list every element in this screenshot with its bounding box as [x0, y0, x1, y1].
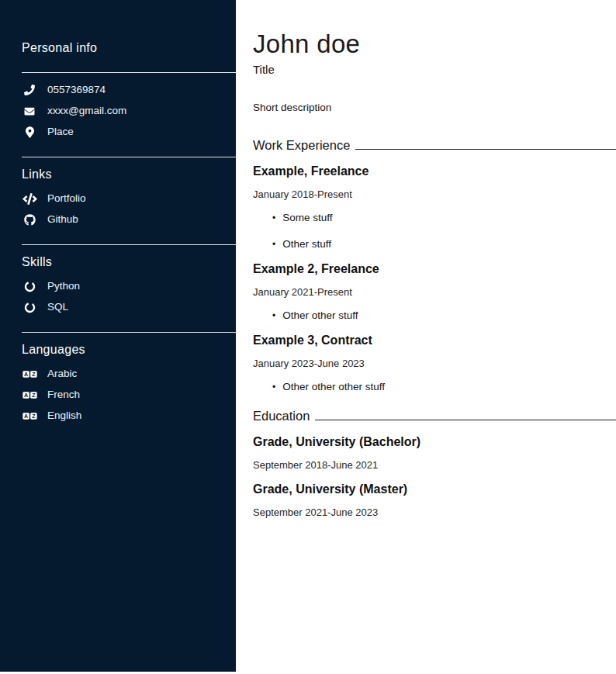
language-french-row: AZ French — [22, 389, 236, 401]
sidebar: Personal info 0557369874 xxxx@gmail.com … — [0, 0, 236, 672]
bullet-list: •Other other stuff — [253, 309, 616, 322]
section-title: Education — [253, 408, 310, 423]
language-icon: AZ — [22, 389, 37, 401]
envelope-icon — [22, 105, 37, 117]
list-item: •Other other other stuff — [272, 381, 616, 393]
bullet-dot: • — [272, 238, 275, 251]
bullet-text: Some stuff — [282, 212, 332, 224]
bullet-text: Other stuff — [282, 238, 331, 251]
divider — [22, 157, 236, 157]
section-title: Work Experience — [253, 137, 350, 153]
code-icon — [22, 192, 37, 205]
main-content: John doe Title Short description Work Ex… — [236, 0, 616, 674]
resume-page: Personal info 0557369874 xxxx@gmail.com … — [0, 0, 616, 674]
svg-text:Z: Z — [32, 392, 36, 397]
education-entry-title: Grade, University (Master) — [253, 482, 616, 496]
job-title: Title — [253, 63, 616, 76]
language-label: French — [47, 389, 80, 401]
portfolio-link-label: Portfolio — [47, 192, 86, 205]
work-entry-title: Example, Freelance — [253, 164, 616, 178]
short-description: Short description — [253, 102, 616, 113]
bullet-text: Other other other stuff — [282, 381, 385, 393]
language-icon: AZ — [22, 410, 37, 422]
skill-label: Python — [47, 280, 80, 292]
place-label: Place — [47, 126, 74, 138]
bullet-list: •Other other other stuff — [253, 381, 616, 393]
work-experience-section-heading: Work Experience — [253, 137, 616, 153]
svg-text:A: A — [24, 413, 28, 418]
language-icon: AZ — [22, 368, 37, 380]
language-label: Arabic — [47, 368, 77, 380]
contact-place-row: Place — [22, 126, 236, 138]
link-github[interactable]: Github — [22, 213, 236, 226]
circle-notch-icon — [22, 301, 37, 313]
education-entry-title: Grade, University (Bachelor) — [253, 434, 616, 449]
bullet-dot: • — [272, 381, 275, 393]
bullet-list: •Some stuff •Other stuff — [253, 212, 616, 251]
language-arabic-row: AZ Arabic — [22, 368, 236, 380]
personal-info-heading: Personal info — [22, 40, 236, 55]
divider — [22, 72, 236, 73]
languages-heading: Languages — [22, 342, 236, 357]
section-rule — [315, 420, 616, 420]
section-rule — [355, 149, 616, 150]
skill-python-row: Python — [22, 280, 236, 292]
svg-text:A: A — [24, 371, 28, 376]
bullet-text: Other other stuff — [282, 309, 358, 322]
list-item: •Other stuff — [272, 238, 616, 251]
skill-sql-row: SQL — [22, 301, 236, 313]
github-icon — [22, 213, 37, 226]
phone-number: 0557369874 — [47, 84, 106, 96]
divider — [22, 244, 236, 245]
skill-label: SQL — [47, 301, 68, 313]
language-english-row: AZ English — [22, 410, 236, 422]
work-entry-title: Example 2, Freelance — [253, 261, 616, 276]
list-item: •Other other stuff — [272, 309, 616, 322]
links-heading: Links — [22, 167, 236, 181]
link-portfolio[interactable]: Portfolio — [22, 192, 236, 205]
email-address: xxxx@gmail.com — [47, 105, 126, 117]
divider — [22, 332, 236, 333]
work-entry-title: Example 3, Contract — [253, 333, 616, 347]
map-marker-icon — [22, 126, 37, 138]
work-entry-dates: January 2021-Present — [253, 286, 616, 298]
language-label: English — [47, 410, 81, 422]
svg-text:Z: Z — [32, 371, 36, 376]
github-link-label: Github — [47, 213, 78, 226]
circle-notch-icon — [22, 280, 37, 292]
contact-phone-row: 0557369874 — [22, 84, 236, 96]
bullet-dot: • — [272, 212, 275, 224]
list-item: •Some stuff — [272, 212, 616, 224]
bullet-dot: • — [272, 309, 275, 322]
work-entry-dates: January 2018-Present — [253, 188, 616, 200]
contact-email-row: xxxx@gmail.com — [22, 105, 236, 117]
education-entry-dates: September 2021-June 2023 — [253, 506, 616, 518]
education-section-heading: Education — [253, 408, 616, 423]
svg-text:A: A — [24, 392, 28, 397]
work-entry-dates: January 2023-June 2023 — [253, 358, 616, 369]
svg-text:Z: Z — [32, 413, 36, 418]
candidate-name: John doe — [253, 29, 616, 59]
education-entry-dates: September 2018-June 2021 — [253, 459, 616, 471]
phone-icon — [22, 84, 37, 96]
skills-heading: Skills — [22, 254, 236, 269]
